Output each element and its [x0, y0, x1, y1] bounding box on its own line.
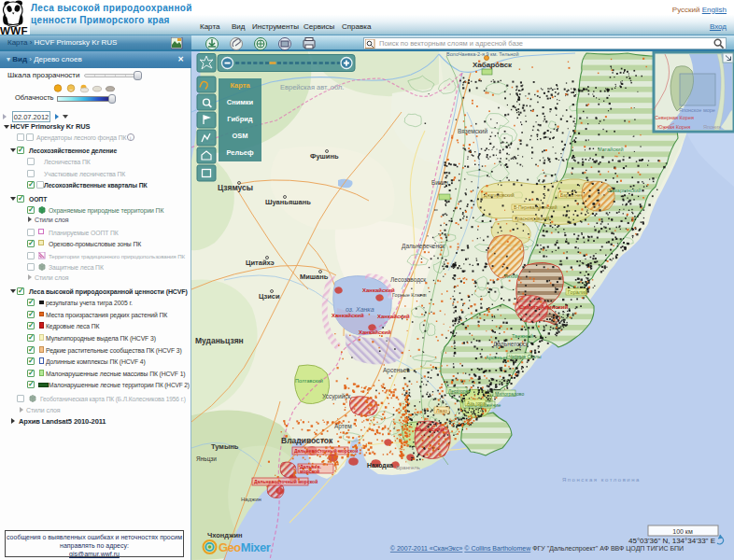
svg-text:Полтавский: Полтавский — [295, 378, 323, 384]
svg-text:Японское море: Японское море — [679, 107, 715, 113]
svg-text:Ханкайский: Ханкайский — [359, 329, 391, 335]
svg-text:Еврейская авт. обл.: Еврейская авт. обл. — [280, 83, 344, 91]
svg-text:© 2007-2011 «СканЭкс» © Collin: © 2007-2011 «СканЭкс» © Collins Bartholo… — [390, 545, 684, 553]
svg-text:Дальнегорск: Дальнегорск — [493, 341, 529, 348]
svg-text:Артем: Артем — [334, 423, 352, 430]
svg-text:OSM: OSM — [232, 132, 247, 140]
svg-text:Лазо: Лазо — [436, 408, 447, 413]
svg-text:GeoMixer: GeoMixer — [219, 540, 271, 554]
svg-text:Тихий: Тихий — [504, 273, 518, 279]
svg-text:Арсеньев: Арсеньев — [383, 367, 410, 374]
svg-text:Бикин: Бикин — [431, 179, 448, 186]
svg-text:Хабаровск: Хабаровск — [473, 61, 513, 69]
svg-text:Снимки: Снимки — [227, 98, 254, 106]
svg-text:Горалий: Горалий — [568, 289, 587, 295]
svg-text:Ханкайский: Ханкайский — [362, 287, 395, 293]
svg-text:Уссурийск: Уссурийск — [322, 393, 350, 400]
svg-text:Карта: Карта — [230, 81, 250, 90]
svg-text:Таежный: Таежный — [512, 333, 533, 339]
svg-text:Лесогорье: Лесогорье — [448, 388, 471, 394]
svg-text:Джигировский: Джигировский — [484, 192, 515, 198]
svg-text:Вяземский: Вяземский — [458, 128, 487, 134]
svg-text:Цитайхэ: Цитайхэ — [246, 259, 275, 267]
svg-text:Цзиси: Цзиси — [259, 292, 280, 301]
svg-text:Фушинь: Фушинь — [310, 152, 339, 161]
svg-text:Дальнереченск: Дальнереченск — [402, 243, 445, 250]
svg-text:Сихотэ-Алинский: Сихотэ-Алинский — [519, 304, 568, 310]
svg-text:Южная Корея: Южная Корея — [657, 124, 690, 130]
svg-text:45°03'36" N, 134°34'33" E: 45°03'36" N, 134°34'33" E — [628, 537, 715, 545]
svg-text:Япония: Япония — [703, 124, 721, 130]
svg-text:Муданьцзян: Муданьцзян — [195, 336, 244, 345]
svg-text:Дальневосточный морской: Дальневосточный морской — [254, 479, 318, 484]
svg-text:Дальнев.морской: Дальнев.морской — [300, 464, 321, 474]
svg-text:Самаргинский: Самаргинский — [607, 188, 641, 193]
svg-text:Рельеф: Рельеф — [226, 148, 254, 157]
svg-text:Яньцзи: Яньцзи — [196, 455, 217, 463]
svg-text:Врангель: Врангель — [396, 465, 420, 470]
svg-text:оз. Ханка: оз. Ханка — [346, 306, 374, 313]
svg-text:Наджин: Наджин — [241, 497, 261, 502]
svg-text:ВолоЧаевка-2-я 9 км. Тельной: ВолоЧаевка-2-я 9 км. Тельной — [446, 51, 518, 57]
svg-text:Лазовский: Лазовский — [415, 427, 445, 432]
svg-text:Мишань: Мишань — [300, 273, 329, 281]
svg-text:100 км: 100 км — [672, 528, 693, 535]
svg-text:Гибрид: Гибрид — [227, 115, 253, 123]
svg-text:Шуаньяшань: Шуаньяшань — [265, 198, 311, 206]
svg-text:Лесозаводск: Лесозаводск — [390, 276, 426, 284]
svg-text:Ханкайский: Ханкайский — [332, 313, 364, 318]
svg-text:Чхонджин: Чхонджин — [207, 531, 243, 539]
svg-text:Черные Скалы: Черные Скалы — [509, 354, 542, 359]
svg-text:WWF: WWF — [0, 25, 28, 35]
svg-text:Дальневосточный морской: Дальневосточный морской — [294, 448, 358, 454]
svg-text:Находка: Находка — [367, 462, 393, 469]
svg-text:Милоградово: Милоградово — [495, 391, 524, 397]
svg-text:Тумынь: Тумынь — [211, 442, 239, 451]
svg-text:Матайский: Матайский — [598, 147, 623, 152]
svg-text:Азь гора: Азь гора — [467, 400, 486, 406]
svg-text:Цзямусы: Цзямусы — [218, 183, 253, 192]
svg-text:Японская котловина: Японская котловина — [562, 477, 641, 483]
svg-text:Северная Корея: Северная Корея — [655, 115, 694, 120]
svg-text:i: i — [130, 135, 131, 141]
svg-text:Горные Ключи: Горные Ключи — [392, 292, 427, 298]
svg-text:Ханкайский: Ханкайский — [377, 314, 410, 319]
svg-text:Владивосток: Владивосток — [281, 436, 333, 445]
